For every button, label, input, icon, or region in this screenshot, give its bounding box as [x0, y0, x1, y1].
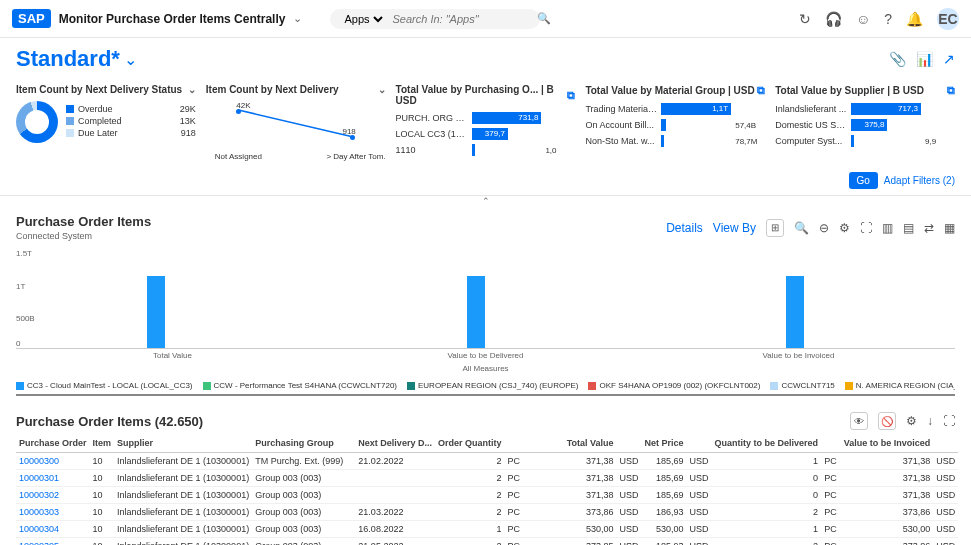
export-icon[interactable]: ↓: [927, 414, 933, 428]
bar-row[interactable]: Inlandslieferant ...717,3: [775, 103, 955, 115]
feedback-icon[interactable]: ☺: [856, 11, 870, 27]
cell: 530,00: [840, 521, 934, 538]
chart-icon[interactable]: 📊: [916, 51, 933, 67]
details-link[interactable]: Details: [666, 221, 703, 235]
section-subtitle: Connected System: [16, 231, 151, 241]
bar-row[interactable]: Computer Syst...9,9: [775, 135, 955, 147]
expand-icon[interactable]: ⛶: [943, 414, 955, 428]
table-row[interactable]: 1000030310Inlandslieferant DE 1 (1030000…: [16, 504, 958, 521]
col-header[interactable]: Net Price: [642, 434, 687, 453]
bar-row[interactable]: On Account Bill...57,4B: [585, 119, 765, 131]
zoomin-icon[interactable]: 🔍: [794, 221, 809, 235]
bar-row[interactable]: Non-Sto Mat. w...78,7M: [585, 135, 765, 147]
headset-icon[interactable]: 🎧: [825, 11, 842, 27]
search-scope[interactable]: Apps: [340, 12, 386, 26]
fullscreen-icon[interactable]: ⛶: [860, 221, 872, 235]
cell[interactable]: 10000302: [16, 487, 90, 504]
cell[interactable]: 10000300: [16, 453, 90, 470]
cell[interactable]: 10000305: [16, 538, 90, 546]
line-chart[interactable]: 42K 918 Not Assigned > Day After Tom.: [206, 101, 386, 151]
chevron-down-icon[interactable]: ⌄: [188, 84, 196, 95]
table-toolbar: 👁 🚫 ⚙ ↓ ⛶: [850, 412, 955, 430]
legend-item[interactable]: Overdue29K: [66, 104, 196, 114]
bell-icon[interactable]: 🔔: [906, 11, 923, 27]
bar-row[interactable]: 11101,0: [396, 144, 576, 156]
barchart-icon[interactable]: ▥: [882, 221, 893, 235]
hide-icon[interactable]: 🚫: [878, 412, 896, 430]
page-title[interactable]: Standard*: [16, 46, 120, 72]
col-header[interactable]: [504, 434, 523, 453]
bar-row[interactable]: PURCH. ORG 1...731,8: [396, 112, 576, 124]
table-row[interactable]: 1000030410Inlandslieferant DE 1 (1030000…: [16, 521, 958, 538]
bar-chart[interactable]: Trading Material...1,1TOn Account Bill..…: [585, 103, 765, 147]
go-button[interactable]: Go: [849, 172, 878, 189]
table-row[interactable]: 1000030210Inlandslieferant DE 1 (1030000…: [16, 487, 958, 504]
settings-icon[interactable]: ⚙: [906, 414, 917, 428]
col-header[interactable]: Quantity to be Delivered: [712, 434, 822, 453]
switch-icon[interactable]: ⇄: [924, 221, 934, 235]
donut-chart[interactable]: [16, 101, 58, 143]
chevron-down-icon[interactable]: ⌄: [293, 12, 302, 25]
bar-chart[interactable]: PURCH. ORG 1...731,8LOCAL CC3 (17...379,…: [396, 112, 576, 156]
bar-chart[interactable]: Inlandslieferant ...717,3Domestic US Su.…: [775, 103, 955, 147]
cell[interactable]: 10000303: [16, 504, 90, 521]
col-header[interactable]: Supplier: [114, 434, 252, 453]
col-header[interactable]: Next Delivery D...: [355, 434, 435, 453]
viewby-link[interactable]: View By: [713, 221, 756, 235]
zoomout-icon[interactable]: ⊖: [819, 221, 829, 235]
table-row[interactable]: 1000030110Inlandslieferant DE 1 (1030000…: [16, 470, 958, 487]
pin-icon[interactable]: 📎: [889, 51, 906, 67]
avatar[interactable]: EC: [937, 8, 959, 30]
barchart2-icon[interactable]: ▤: [903, 221, 914, 235]
chevron-down-icon[interactable]: ⌄: [124, 50, 137, 69]
col-header[interactable]: [687, 434, 712, 453]
adapt-filters-link[interactable]: Adapt Filters (2): [884, 175, 955, 186]
search-box[interactable]: Apps 🔍: [330, 9, 540, 29]
search-input[interactable]: [392, 13, 531, 25]
help-icon[interactable]: ?: [884, 11, 892, 27]
chevron-down-icon[interactable]: ⌄: [378, 84, 386, 95]
chart-bar[interactable]: [786, 276, 804, 348]
col-header[interactable]: [821, 434, 840, 453]
legend-item[interactable]: CCW - Performance Test S4HANA (CCWCLNT72…: [203, 381, 397, 390]
bar-fill: [851, 135, 854, 147]
popout-icon[interactable]: ⧉: [757, 84, 765, 97]
col-header[interactable]: Purchasing Group: [252, 434, 355, 453]
show-details-icon[interactable]: 👁: [850, 412, 868, 430]
collapse-handle[interactable]: ⌃: [0, 195, 971, 206]
search-icon[interactable]: 🔍: [537, 12, 551, 25]
popout-icon[interactable]: ⧉: [567, 89, 575, 102]
legend-item[interactable]: OKF S4HANA OP1909 (002) (OKFCLNT002): [588, 381, 760, 390]
legend-swatch: [845, 382, 853, 390]
settings-icon[interactable]: ⚙: [839, 221, 850, 235]
col-header[interactable]: Total Value: [523, 434, 617, 453]
col-header[interactable]: Item: [90, 434, 115, 453]
col-header[interactable]: [933, 434, 958, 453]
drilldown-icon[interactable]: ⊞: [766, 219, 784, 237]
chart-area[interactable]: 1.5T 1T 500B 0: [16, 249, 955, 349]
share-icon[interactable]: ↗: [943, 51, 955, 67]
legend-item[interactable]: N. AMERICA REGION (CIA_740) (NORTHAM): [845, 381, 955, 390]
legend-item[interactable]: CC3 - Cloud MainTest - LOCAL (LOCAL_CC3): [16, 381, 193, 390]
chart-bar[interactable]: [147, 276, 165, 348]
bar-row[interactable]: Domestic US Su...375,8: [775, 119, 955, 131]
col-header[interactable]: Value to be Invoiced: [840, 434, 934, 453]
cell[interactable]: 10000304: [16, 521, 90, 538]
legend-item[interactable]: EUROPEAN REGION (CSJ_740) (EUROPE): [407, 381, 578, 390]
table-row[interactable]: 1000030510Inlandslieferant DE 1 (1030000…: [16, 538, 958, 546]
tableview-icon[interactable]: ▦: [944, 221, 955, 235]
legend-item[interactable]: Completed13K: [66, 116, 196, 126]
legend-item[interactable]: Due Later918: [66, 128, 196, 138]
table-row[interactable]: 1000030010Inlandslieferant DE 1 (1030000…: [16, 453, 958, 470]
bar-row[interactable]: LOCAL CC3 (17...379,7: [396, 128, 576, 140]
col-header[interactable]: Purchase Order: [16, 434, 90, 453]
legend-item[interactable]: CCWCLNT715: [770, 381, 834, 390]
popout-icon[interactable]: ⧉: [947, 84, 955, 97]
refresh-icon[interactable]: ↻: [799, 11, 811, 27]
col-header[interactable]: [617, 434, 642, 453]
bar-row[interactable]: Trading Material...1,1T: [585, 103, 765, 115]
chart-bar[interactable]: [467, 276, 485, 348]
cell[interactable]: 10000301: [16, 470, 90, 487]
app-title[interactable]: Monitor Purchase Order Items Centrally: [59, 12, 286, 26]
col-header[interactable]: Order Quantity: [435, 434, 505, 453]
